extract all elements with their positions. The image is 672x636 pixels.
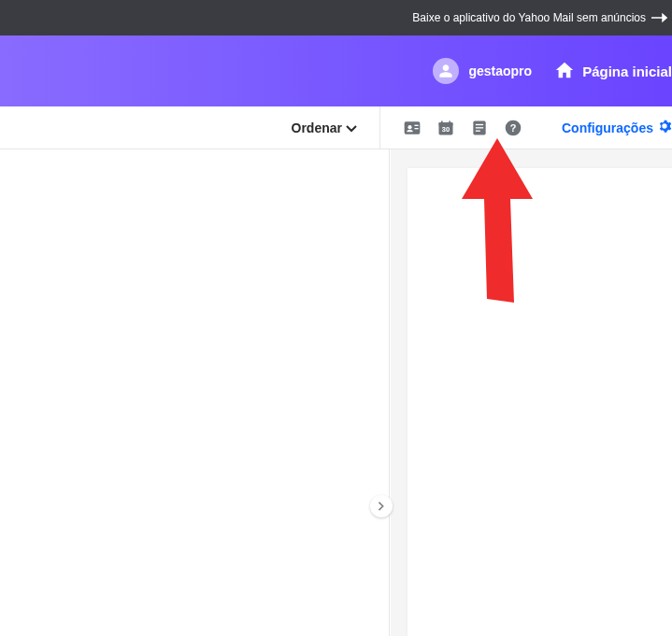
- username-label[interactable]: gestaopro: [468, 64, 532, 78]
- svg-rect-10: [476, 123, 483, 124]
- reading-panel: [391, 149, 672, 636]
- svg-point-1: [407, 125, 411, 129]
- svg-rect-2: [414, 124, 418, 125]
- settings-label: Configurações: [562, 120, 653, 135]
- message-list-panel: [0, 149, 390, 636]
- home-icon: [554, 60, 575, 83]
- svg-rect-3: [414, 128, 418, 129]
- toolbar: Ordenar 30 ? Configurações: [0, 106, 672, 149]
- svg-text:30: 30: [442, 125, 450, 134]
- sort-button[interactable]: Ordenar: [282, 115, 366, 141]
- settings-link[interactable]: Configurações: [562, 119, 672, 136]
- svg-rect-7: [449, 120, 450, 123]
- home-label: Página inicial: [582, 64, 672, 79]
- svg-rect-6: [441, 120, 443, 123]
- calendar-icon[interactable]: 30: [436, 119, 455, 137]
- help-icon[interactable]: ?: [504, 119, 522, 137]
- sort-label: Ordenar: [292, 120, 342, 135]
- promo-text: Baixe o aplicativo do Yahoo Mail sem anú…: [412, 11, 646, 24]
- svg-text:?: ?: [510, 122, 517, 134]
- notepad-icon[interactable]: [470, 119, 489, 137]
- reading-panel-page: [407, 168, 672, 636]
- gear-icon: [657, 119, 672, 136]
- expand-panel-button[interactable]: [370, 495, 393, 517]
- chevron-down-icon: [346, 120, 357, 135]
- top-promo-bar[interactable]: Baixe o aplicativo do Yahoo Mail sem anú…: [0, 0, 672, 35]
- contacts-icon[interactable]: [403, 119, 422, 137]
- arrow-right-icon: [651, 11, 668, 24]
- right-icon-row: 30 ?: [380, 119, 536, 137]
- content-area: [0, 149, 672, 636]
- main-header: gestaopro Página inicial: [0, 35, 672, 106]
- svg-rect-12: [476, 130, 480, 131]
- home-link[interactable]: Página inicial: [554, 60, 672, 83]
- svg-rect-11: [476, 127, 483, 128]
- user-icon: [438, 64, 453, 78]
- avatar[interactable]: [433, 58, 459, 84]
